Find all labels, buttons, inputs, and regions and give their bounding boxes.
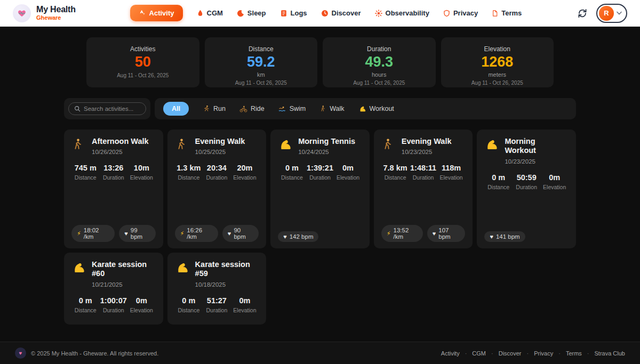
footer-link-terms[interactable]: Terms bbox=[566, 350, 582, 357]
activity-card[interactable]: Karate session #60 10/21/2025 0 mDistanc… bbox=[64, 253, 163, 325]
activity-icon bbox=[139, 10, 146, 17]
runner-icon bbox=[203, 105, 210, 112]
walker-icon bbox=[175, 137, 190, 151]
heart-rate-badge: ♥142 bpm bbox=[278, 231, 318, 242]
nav-tab-terms[interactable]: Terms bbox=[492, 9, 522, 17]
heart-icon: ♥ bbox=[283, 233, 287, 240]
activity-date: 10/23/2025 bbox=[402, 149, 452, 155]
shield-icon bbox=[443, 10, 450, 17]
footer-link-cgm[interactable]: CGM bbox=[472, 350, 486, 357]
activity-card[interactable]: Evening Walk 10/25/2025 1.3 kmDistance 2… bbox=[167, 130, 267, 248]
elevation-value: 0m bbox=[334, 164, 362, 172]
elevation-value: 0m bbox=[231, 296, 259, 305]
distance-value: 7.8 km bbox=[381, 164, 410, 172]
filter-ride[interactable]: Ride bbox=[239, 105, 265, 113]
activity-title: Karate session #60 bbox=[92, 260, 156, 279]
filter-all-button[interactable]: All bbox=[163, 102, 189, 116]
biceps-icon bbox=[278, 137, 293, 152]
duration-value: 1:39:21 bbox=[306, 164, 334, 172]
walker-icon bbox=[71, 137, 86, 151]
activity-cards: Afternoon Walk 10/26/2025 745 mDistance … bbox=[64, 130, 576, 325]
activity-title: Morning Tennis bbox=[298, 137, 355, 146]
book-icon bbox=[280, 10, 287, 17]
refresh-icon bbox=[577, 8, 588, 19]
nav-tab-observability[interactable]: Observability bbox=[375, 9, 429, 17]
search-box bbox=[68, 102, 146, 115]
activity-card[interactable]: Morning Workout 10/23/2025 0 mDistance 5… bbox=[477, 130, 576, 248]
search-icon bbox=[74, 106, 81, 112]
app-footer: ♥ © 2025 My Health - Gheware. All rights… bbox=[0, 342, 640, 364]
nav-tab-discover[interactable]: Discover bbox=[321, 9, 361, 17]
heart-rate-badge: ♥99 bpm bbox=[119, 225, 155, 242]
heart-icon: ♥ bbox=[433, 230, 436, 237]
activity-title: Evening Walk bbox=[402, 137, 452, 146]
filter-workout[interactable]: Workout bbox=[358, 105, 394, 113]
elevation-value: 1268 bbox=[446, 54, 549, 70]
distance-value: 0 m bbox=[175, 296, 203, 305]
duration-value: 20:34 bbox=[203, 164, 231, 172]
filter-walk[interactable]: Walk bbox=[319, 105, 344, 112]
stat-card-activities: Activities 50 Aug 11 - Oct 26, 2025 bbox=[86, 37, 199, 87]
footer-link-privacy[interactable]: Privacy bbox=[534, 350, 553, 357]
date-range: Aug 11 - Oct 26, 2025 bbox=[328, 80, 430, 86]
activity-title: Morning Workout bbox=[505, 137, 569, 156]
activity-card[interactable]: Karate session #59 10/18/2025 0 mDistanc… bbox=[167, 253, 267, 325]
stat-card-duration: Duration 49.3 hours Aug 11 - Oct 26, 202… bbox=[323, 37, 436, 87]
nav-tab-logs[interactable]: Logs bbox=[280, 9, 307, 17]
biceps-icon bbox=[175, 260, 190, 275]
activity-date: 10/23/2025 bbox=[505, 158, 569, 165]
elevation-value: 0m bbox=[127, 296, 156, 305]
elevation-value: 20m bbox=[231, 164, 259, 172]
heart-icon: ♥ bbox=[490, 233, 493, 240]
heart-icon: ♥ bbox=[228, 230, 231, 237]
distance-value: 0 m bbox=[278, 164, 306, 172]
avatar: R bbox=[599, 6, 614, 21]
nav-tab-sleep[interactable]: Sleep bbox=[237, 9, 266, 17]
activity-controls: All Run Ride Swim bbox=[64, 98, 576, 119]
app-subtitle: Gheware bbox=[36, 14, 76, 21]
nav-tab-privacy[interactable]: Privacy bbox=[443, 9, 478, 17]
footer-link-discover[interactable]: Discover bbox=[499, 350, 522, 357]
bolt-icon: ⚡ bbox=[387, 230, 391, 237]
user-menu-button[interactable]: R bbox=[596, 4, 627, 23]
duration-value: 1:48:11 bbox=[409, 164, 437, 172]
heart-rate-badge: ♥90 bpm bbox=[222, 225, 259, 242]
droplet-icon bbox=[197, 9, 204, 17]
bolt-icon: ⚡ bbox=[77, 230, 81, 237]
heart-rate-badge: ♥107 bpm bbox=[427, 225, 466, 242]
nav-tab-activity[interactable]: Activity bbox=[130, 5, 183, 21]
moon-icon bbox=[237, 10, 244, 17]
header-actions: R bbox=[576, 4, 627, 23]
chevron-down-icon bbox=[617, 11, 622, 15]
main-content: Activities 50 Aug 11 - Oct 26, 2025 Dist… bbox=[0, 27, 640, 342]
footer-link-activity[interactable]: Activity bbox=[441, 350, 460, 357]
summary-stats: Activities 50 Aug 11 - Oct 26, 2025 Dist… bbox=[86, 37, 554, 87]
filter-bar: All Run Ride Swim bbox=[155, 98, 576, 119]
nav-tab-cgm[interactable]: CGM bbox=[197, 9, 223, 17]
activity-card[interactable]: Evening Walk 10/23/2025 7.8 kmDistance 1… bbox=[374, 130, 473, 248]
copyright-text: © 2025 My Health - Gheware. All rights r… bbox=[31, 350, 158, 357]
activity-card[interactable]: Morning Tennis 10/24/2025 0 mDistance 1:… bbox=[270, 130, 370, 248]
swimmer-icon bbox=[278, 105, 286, 113]
pace-badge: ⚡18:02 /km bbox=[71, 225, 115, 242]
heart-icon: ♥ bbox=[124, 230, 128, 237]
duration-value: 49.3 bbox=[328, 54, 430, 70]
activity-date: 10/24/2025 bbox=[298, 149, 355, 155]
refresh-button[interactable] bbox=[576, 7, 589, 20]
distance-value: 1.3 km bbox=[175, 164, 203, 172]
cyclist-icon bbox=[239, 105, 247, 113]
activity-card[interactable]: Afternoon Walk 10/26/2025 745 mDistance … bbox=[64, 130, 163, 248]
app-logo-icon bbox=[13, 4, 31, 22]
stat-card-distance: Distance 59.2 km Aug 11 - Oct 26, 2025 bbox=[205, 37, 318, 87]
footer-link-strava-club[interactable]: Strava Club bbox=[595, 350, 625, 357]
walker-icon bbox=[381, 137, 396, 151]
search-input[interactable] bbox=[84, 106, 140, 112]
filter-swim[interactable]: Swim bbox=[278, 105, 306, 113]
duration-value: 13:26 bbox=[100, 164, 128, 172]
activity-date: 10/25/2025 bbox=[195, 149, 245, 155]
filter-run[interactable]: Run bbox=[203, 105, 226, 112]
biceps-icon bbox=[358, 105, 366, 113]
date-range: Aug 11 - Oct 26, 2025 bbox=[210, 80, 313, 86]
footer-logo-icon: ♥ bbox=[15, 347, 26, 359]
search-card bbox=[64, 98, 150, 119]
